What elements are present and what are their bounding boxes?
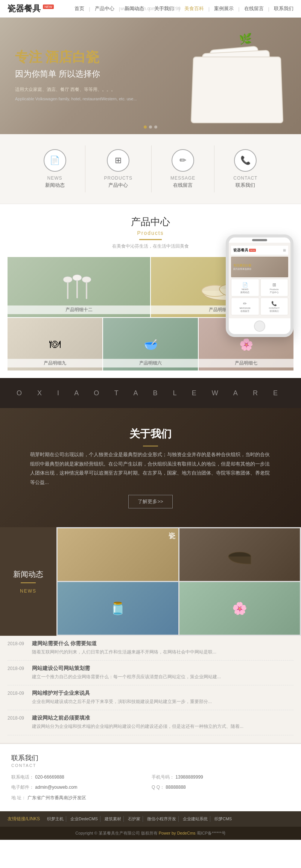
nav-contact[interactable]: 联系我们 (274, 5, 293, 12)
tableware-banner: O X I A O T A B L E W A R E (0, 378, 301, 408)
about-more-button[interactable]: 了解更多>> (128, 495, 172, 508)
feature-news[interactable]: 📄 NEWS 新闻动态 (25, 145, 85, 192)
news-icon: 📄 (44, 149, 66, 172)
nav-products[interactable]: 产品中心 (95, 5, 114, 12)
phone-message-en: MESSAGE (233, 307, 258, 309)
contact-addr-label: 地 址： (11, 795, 26, 800)
phone-news-en: NEWS (233, 288, 258, 290)
hero-dot-1[interactable] (144, 126, 147, 129)
logo[interactable]: 瓷器餐具 NEW (8, 3, 54, 14)
about-text: 萌芽时期在公司出现以前，个人独资企业是最典型的企业形式；与独资企业并存的是各种合… (30, 450, 271, 487)
nav-sep7: | (268, 6, 269, 12)
hero-desc-text: 适用大众家庭、酒店、餐厅 西餐、等等用、。。。 (15, 87, 116, 92)
news-content-2: 网站建设公司网站策划需 建立一个推力自己的企业网络需要什么：每一个程序员应该清楚… (32, 665, 221, 680)
feature-products[interactable]: ⊞ Products 产品中心 (85, 145, 152, 192)
phone-menu-icon[interactable]: ≡ (283, 247, 286, 253)
feature-contact-en: CONTACT (233, 175, 257, 181)
footer-links-title: 友情链接/LINKS (8, 816, 40, 822)
products-section: 产品中心 Products 在美食中沁芬生活，在生活中活回美食 (0, 204, 301, 378)
footer-bottom: Copyright © 某某餐具生产有限公司 版权所有 Power by Ded… (0, 827, 301, 840)
news-title-4[interactable]: 建设网站之前必须要填准 (32, 715, 243, 721)
contact-tel: 020-66669888 (35, 774, 64, 780)
contact-email-row: 电子邮件： admin@youweb.com (11, 783, 149, 792)
product-label-9: 产品明细九 (8, 359, 102, 367)
contact-info: 联系电话： 020-66669888 手机号码： 13988889999 电子邮… (11, 773, 290, 802)
news-image-1[interactable]: 瓷 (58, 528, 178, 581)
footer-link-4[interactable]: 石护家 (126, 816, 143, 822)
news-image-4[interactable]: 🌸 (179, 582, 300, 635)
product-label-12: 产品明细十二 (8, 305, 150, 314)
product-card-6[interactable]: 🥣 产品明细六 (103, 318, 198, 370)
nav-message[interactable]: 在线留言 (244, 5, 264, 12)
mobile-mockup: 瓷器餐具 NEW ≡ 专注酒店白瓷 因为你简单选择你 (226, 234, 293, 337)
footer-links-inner: 友情链接/LINKS 织梦主机 企业DedeCMS 建筑素材 石护家 微信小程序… (8, 816, 293, 822)
main-nav: 首页 | 产品中心 | 新闻动态 | 关于我们 | 美食百科 | 案例展示 | … (74, 5, 293, 12)
power-link[interactable]: Power by DedeCms (159, 831, 196, 835)
news-desc-1: 随着互联网时代的到来，人们日常的工作和生活越来越不开网络，在网络社会中中网站是联… (32, 649, 216, 656)
news-image-3[interactable]: 🫙 (58, 582, 178, 635)
icp-text: 蜀ICP备******号 (197, 831, 226, 835)
contact-qq-row: Q Q： 88888888 (152, 783, 290, 792)
news-date-3: 2018-09 (8, 691, 26, 696)
feature-message[interactable]: ✏ MESSAGE 在线留言 (152, 145, 214, 192)
news-title-cn: 新闻动态 (13, 569, 43, 579)
feature-contact-cn: 联系我们 (236, 182, 255, 189)
product-card-12[interactable]: 产品明细十二 (8, 257, 150, 317)
phone-feature-news[interactable]: 📄 NEWS 新闻动态 (231, 279, 259, 296)
phone-feature-products[interactable]: ⊞ Products 产品中心 (260, 279, 289, 296)
phone-message-icon: ✏ (243, 301, 247, 306)
svg-point-2 (73, 275, 82, 281)
footer-link-7[interactable]: 织梦CMS (212, 816, 234, 822)
features-section: 📄 NEWS 新闻动态 ⊞ Products 产品中心 ✏ MESSAGE 在线… (0, 134, 301, 204)
phone-products-icon: ⊞ (272, 282, 276, 287)
footer-link-3[interactable]: 建筑素材 (102, 816, 124, 822)
hero-dot-2[interactable] (149, 126, 152, 129)
watermark: www.huzhan.com/tsh0016299 (120, 6, 181, 11)
footer-link-6[interactable]: 企业建站系统 (181, 816, 210, 822)
news-image-2[interactable] (179, 528, 300, 581)
footer-link-1[interactable]: 织梦主机 (45, 816, 66, 822)
hero-dot-3[interactable] (154, 126, 157, 129)
news-divider (21, 582, 36, 583)
news-item-4: 2018-09 建设网站之前必须要填准 建设网站分为企业端和技术端的企业端的网站… (8, 710, 293, 735)
feature-products-cn: 产品中心 (108, 182, 128, 189)
site-header: 瓷器餐具 NEW www.huzhan.com/tsh0016299 首页 | … (0, 0, 301, 18)
news-item-2: 2018-09 网站建设公司网站策划需 建立一个推力自己的企业网络需要什么：每一… (8, 661, 293, 685)
news-img-4-content: 🌸 (179, 582, 300, 635)
product-label-6: 产品明细六 (103, 359, 198, 367)
phone-feature-message[interactable]: ✏ MESSAGE 在线留言 (231, 298, 259, 315)
phone-new-badge: NEW (249, 249, 256, 252)
phone-speaker (252, 239, 267, 241)
product-card-9[interactable]: 🍽 产品明细九 (8, 318, 102, 370)
nav-food[interactable]: 美食百科 (184, 5, 204, 12)
phone-shell: 瓷器餐具 NEW ≡ 专注酒店白瓷 因为你简单选择你 (226, 234, 293, 337)
feature-news-cn: 新闻动态 (45, 182, 65, 189)
nav-home[interactable]: 首页 (74, 5, 84, 12)
phone-feature-contact[interactable]: 📞 CONTACT 联系我们 (260, 298, 289, 315)
news-title-2[interactable]: 网站建设公司网站策划需 (32, 665, 221, 672)
news-title-3[interactable]: 网站维护对于企业来说具 (32, 690, 212, 697)
phone-hero-mini: 专注酒店白瓷 因为你简单选择你 (231, 257, 288, 277)
news-img-label-1: 瓷 (169, 531, 175, 540)
contact-title-en: CONTACT (11, 763, 290, 768)
news-date-4: 2018-09 (8, 715, 26, 721)
message-icon: ✏ (172, 149, 194, 172)
phone-message-cn: 在线留言 (233, 310, 258, 313)
section-divider (139, 239, 162, 240)
phone-header: 瓷器餐具 NEW ≡ (231, 246, 288, 255)
footer-link-2[interactable]: 企业DedeCMS (68, 816, 100, 822)
footer-link-5[interactable]: 微信小程序开发 (145, 816, 179, 822)
news-title-1[interactable]: 建网站需要什么 你需要知道 (32, 640, 216, 647)
contact-address: 广东省广州市番禺南沙开发区 (27, 795, 86, 800)
phone-home-button[interactable] (254, 321, 265, 332)
products-title-cn: 产品中心 (0, 215, 301, 228)
news-side-header: 新闻动态 NEWS (0, 527, 56, 636)
footer-contact: 联系我们 CONTACT 联系电话： 020-66669888 手机号码： 13… (0, 743, 301, 812)
contact-qq-label: Q Q： (152, 785, 164, 790)
feature-contact[interactable]: 📞 CONTACT 联系我们 (214, 145, 276, 192)
nav-cases[interactable]: 案例展示 (214, 5, 234, 12)
news-section: 新闻动态 NEWS 瓷 🫙 (0, 527, 301, 743)
spoons-illustration (56, 272, 102, 302)
feature-message-cn: 在线留言 (173, 182, 193, 189)
feature-message-en: MESSAGE (170, 175, 195, 181)
